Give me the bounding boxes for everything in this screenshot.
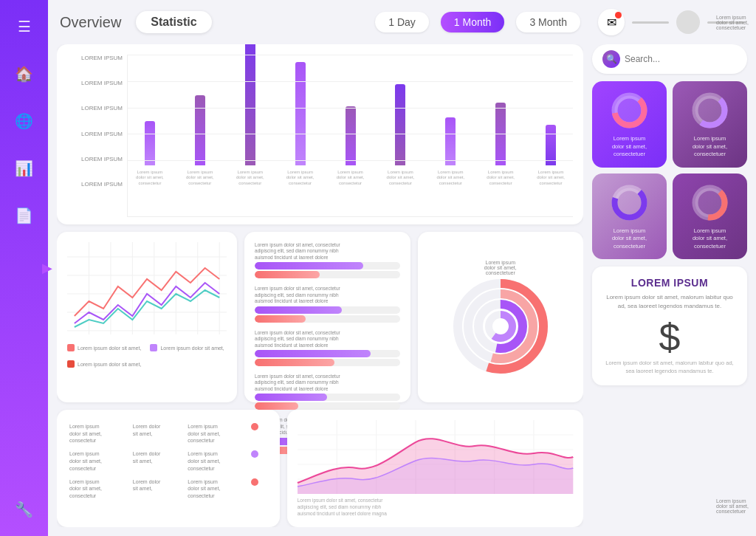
legend-dot-purple [150, 344, 157, 351]
y-label-1: LOREM IPSUM [67, 55, 123, 61]
legend-text-purple: Lorem ipsum dolor sit amet, [160, 346, 224, 351]
hbar-track-3b [255, 359, 399, 366]
hbar-track-4a [255, 394, 399, 401]
bar-7 [445, 117, 456, 165]
legend-text-dark-red: Lorem ipsum dolor sit amet, [78, 362, 141, 367]
content-area: LOREM IPSUM LOREM IPSUM LOREM IPSUM LORE… [48, 44, 756, 536]
bar-group-4: Lorem ipsumdolor sit amet,consectetur [278, 62, 323, 187]
table-cell-1-1: Lorem ipsumdolor sit amet,consectetur [67, 420, 131, 447]
table-cell-2-1: Lorem ipsumdolor sit amet,consectetur [67, 447, 131, 475]
bar-group-9: Lorem ipsumdolor sit amet,consectetur [529, 125, 573, 187]
bar-label-3: Lorem ipsumdolor sit amet,consectetur [236, 170, 264, 187]
bar-group-3: Lorem ipsumdolor sit amet,consectetur [228, 44, 272, 187]
stat-donut-4 [690, 182, 730, 223]
y-label-2: LOREM IPSUM [67, 80, 123, 86]
hbar-label-4: Lorem ipsum dolor sit amet, consectetura… [255, 374, 399, 392]
info-card: LOREM IPSUM Lorem ipsum dolor sit amet, … [592, 267, 747, 385]
table-cell-3-2: Lorem dolorsit amet, [131, 475, 186, 503]
hbar-track-1a [255, 262, 399, 269]
target-chart-card: Lorem ipsumdolor sit amet,consectetuer L… [418, 232, 583, 402]
notification-badge [615, 12, 622, 18]
table-row-1: Lorem ipsumdolor sit amet,consectetur Lo… [67, 420, 269, 447]
bar-group-6: Lorem ipsumdolor sit amet,consectetur [378, 84, 422, 187]
stat-text-1: Lorem ipsumdolor sit amet,consectetuer [612, 135, 647, 159]
bar-group-2: Lorem ipsumdolor sit amet,consectetur [178, 95, 222, 187]
stat-text-4: Lorem ipsumdolor sit amet,consectetuer [693, 227, 727, 251]
header-tab-statistic[interactable]: Statistic [136, 11, 211, 33]
hbar-chart-card: Lorem ipsum dolor sit amet, consectetura… [244, 232, 410, 402]
area-chart-card: Lorem ipsum dolor sit amet, consectetura… [287, 410, 583, 527]
bar-9 [546, 125, 556, 165]
bar-chart-card: LOREM IPSUM LOREM IPSUM LOREM IPSUM LORE… [57, 44, 583, 224]
hbar-track-3a [255, 350, 399, 357]
sidebar-icon-home[interactable]: 🏠 [11, 61, 38, 87]
target-chart-svg [453, 278, 549, 374]
legend-dot-dark-red [67, 360, 75, 368]
sidebar-icon-menu[interactable]: ☰ [11, 13, 38, 40]
bar-label-9: Lorem ipsumdolor sit amet,consectetur [537, 170, 565, 187]
bar-label-4: Lorem ipsumdolor sit amet,consectetur [286, 170, 315, 187]
btn-1month[interactable]: 1 Month [441, 12, 505, 32]
dot-red-2 [251, 478, 258, 486]
svg-point-20 [497, 323, 504, 330]
hbar-track-2a [255, 306, 399, 314]
hbar-row-4: Lorem ipsum dolor sit amet, consectetura… [255, 374, 399, 410]
hbar-row-1: Lorem ipsum dolor sit amet, consectetura… [255, 242, 399, 278]
dot-red [251, 423, 258, 430]
line-chart-svg [67, 242, 227, 338]
legend-text-red: Lorem ipsum dolor sit amet, [78, 346, 141, 351]
bar-6 [395, 84, 405, 165]
hbar-fill-1b [255, 271, 320, 278]
info-card-footer: Lorem ipsum dolor sit amet, malorum labi… [602, 360, 737, 375]
bar-3 [245, 44, 255, 165]
hbar-row-2: Lorem ipsum dolor sit amet, consectetura… [255, 286, 399, 322]
table-row-3: Lorem ipsumdolor sit amet,consectetur Lo… [67, 475, 269, 503]
table-cell-2-2: Lorem dolorsit amet, [131, 447, 186, 475]
bar-label-6: Lorem ipsumdolor sit amet,consectetur [387, 170, 415, 187]
line-chart-card: Lorem ipsum dolor sit amet, Lorem ipsum … [57, 232, 237, 402]
sidebar-icon-document[interactable]: 📄 [11, 202, 38, 229]
bar-label-7: Lorem ipsumdolor sit amet,consectetur [436, 170, 464, 187]
sidebar-icon-settings[interactable]: 🔧 [11, 496, 38, 523]
stat-text-3: Lorem ipsumdolor sit amet,consectetuer [612, 227, 647, 251]
bar-group-1: Lorem ipsumdolor sit amet,consectetur [128, 121, 172, 187]
legend-red: Lorem ipsum dolor sit amet, [67, 344, 141, 351]
sidebar-icon-chart[interactable]: 📊 [11, 155, 38, 182]
hbar-fill-4a [255, 394, 327, 401]
table-cell-2-3: Lorem ipsumdolor sit amet,consectetur [185, 447, 249, 475]
stat-card-3: Lorem ipsumdolor sit amet,consectetuer [592, 173, 667, 260]
bar-y-labels: LOREM IPSUM LOREM IPSUM LOREM IPSUM LORE… [67, 55, 123, 217]
hbar-fill-2b [255, 315, 306, 323]
btn-1day[interactable]: 1 Day [375, 12, 429, 32]
search-input[interactable] [625, 54, 737, 64]
y-label-6: LOREM IPSUM [67, 181, 123, 188]
notification-button[interactable]: ✉ [598, 9, 625, 35]
divider [632, 21, 669, 24]
y-label-3: LOREM IPSUM [67, 105, 123, 111]
hbar-track-2b [255, 315, 399, 323]
target-top-label: Lorem ipsumdolor sit amet,consectetuer [484, 260, 517, 275]
stats-grid: Lorem ipsumdolor sit amet,consectetuer L… [592, 81, 747, 259]
table-cell-3-dot [249, 475, 269, 503]
user-avatar[interactable] [676, 10, 700, 34]
legend-dot-red [67, 344, 75, 351]
sidebar-icon-globe[interactable]: 🌐 [11, 108, 38, 134]
y-label-4: LOREM IPSUM [67, 131, 123, 137]
bar-group-5: Lorem ipsumdolor sit amet,consectetur [329, 106, 373, 187]
table-cell-1-3: Lorem ipsumdolor sit amet,consectetur [185, 420, 249, 447]
hbar-fill-2a [255, 306, 342, 314]
stat-donut-1 [609, 90, 650, 131]
stat-card-2: Lorem ipsumdolor sit amet,consectetuer [673, 81, 747, 168]
sidebar: ☰ 🏠 🌐 📊 📄 🔧 [0, 0, 48, 536]
search-bar[interactable]: 🔍 [592, 44, 747, 74]
btn-3month[interactable]: 3 Month [516, 12, 580, 32]
table-row-2: Lorem ipsumdolor sit amet,consectetur Lo… [67, 447, 269, 475]
area-chart-label: Lorem ipsum dolor sit amet, consectetura… [298, 497, 573, 517]
area-chart-svg [298, 420, 573, 494]
bar-group-7: Lorem ipsumdolor sit amet,consectetur [428, 117, 472, 187]
left-panel: LOREM IPSUM LOREM IPSUM LOREM IPSUM LORE… [57, 44, 583, 527]
bar-label-8: Lorem ipsumdolor sit amet,consectetur [487, 170, 515, 187]
mail-icon: ✉ [607, 16, 616, 30]
stat-donut-2 [690, 90, 730, 131]
stat-card-1: Lorem ipsumdolor sit amet,consectetuer [592, 81, 667, 168]
